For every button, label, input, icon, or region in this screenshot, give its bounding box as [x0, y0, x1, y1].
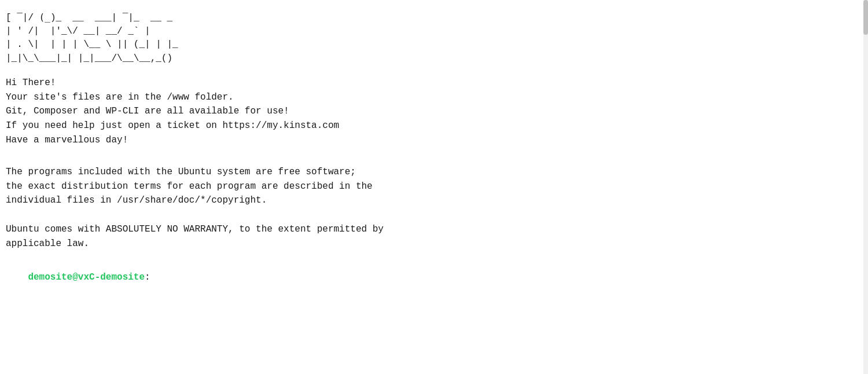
legal-message: The programs included with the Ubuntu sy…: [6, 165, 859, 251]
prompt-username: demosite@vxC-demosite: [28, 272, 145, 283]
welcome-message: Hi There! Your site's files are in the /…: [6, 76, 859, 148]
terminal-prompt[interactable]: demosite@vxC-demosite:: [6, 262, 859, 293]
ascii-art-logo: [ ¯|/ (̲)_ __ ___| ¯|_ __ _ | ' /| |'_\/…: [6, 12, 859, 65]
terminal-window: [ ¯|/ (̲)_ __ ___| ¯|_ __ _ | ' /| |'_\/…: [6, 12, 859, 293]
scrollbar[interactable]: [863, 0, 868, 374]
prompt-colon: :: [145, 272, 150, 283]
